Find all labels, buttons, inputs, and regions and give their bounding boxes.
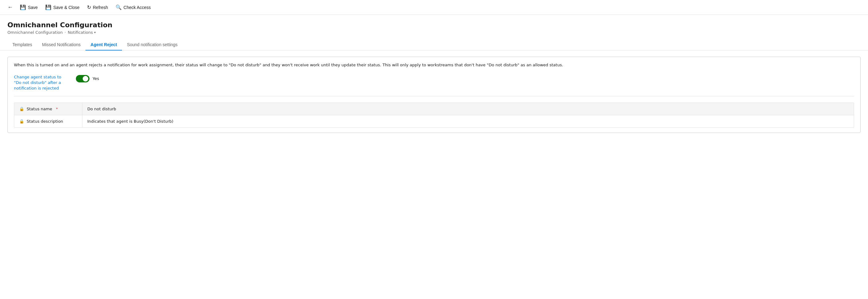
back-button[interactable]: ←	[5, 3, 16, 12]
breadcrumb: Omnichannel Configuration · Notification…	[7, 30, 861, 35]
page-header: Omnichannel Configuration Omnichannel Co…	[0, 15, 868, 35]
status-name-label: Status name	[27, 107, 52, 111]
status-name-value: Do not disturb	[82, 103, 854, 115]
save-label: Save	[28, 5, 38, 10]
refresh-label: Refresh	[93, 5, 108, 10]
info-text: When this is turned on and an agent reje…	[14, 62, 854, 68]
save-button[interactable]: 💾 Save	[17, 3, 41, 11]
status-description-label: Status description	[27, 119, 63, 124]
refresh-button[interactable]: ↻ Refresh	[84, 3, 111, 11]
status-description-label-cell: 🔒 Status description	[14, 115, 82, 127]
toolbar: ← 💾 Save 💾 Save & Close ↻ Refresh 🔍 Chec…	[0, 0, 868, 15]
toggle-control: Yes	[76, 75, 99, 82]
save-close-icon: 💾	[45, 4, 52, 10]
tab-sound-notification[interactable]: Sound notification settings	[122, 40, 182, 50]
breadcrumb-current-label: Notifications	[68, 30, 93, 35]
breadcrumb-root[interactable]: Omnichannel Configuration	[7, 30, 63, 35]
check-access-label: Check Access	[124, 5, 151, 10]
page-title: Omnichannel Configuration	[7, 21, 861, 29]
lock-icon-name: 🔒	[19, 107, 24, 111]
check-access-button[interactable]: 🔍 Check Access	[113, 3, 154, 11]
required-indicator: *	[56, 107, 58, 111]
status-table: 🔒 Status name * Do not disturb 🔒 Status …	[14, 102, 854, 128]
status-name-label-cell: 🔒 Status name *	[14, 103, 82, 115]
tab-agent-reject[interactable]: Agent Reject	[86, 40, 122, 50]
refresh-icon: ↻	[87, 4, 91, 10]
check-access-icon: 🔍	[116, 4, 122, 10]
status-description-value: Indicates that agent is Busy(Don't Distu…	[82, 115, 854, 127]
tab-templates[interactable]: Templates	[7, 40, 37, 50]
agent-reject-panel: When this is turned on and an agent reje…	[7, 57, 861, 133]
status-description-row: 🔒 Status description Indicates that agen…	[14, 115, 854, 127]
save-icon: 💾	[20, 4, 26, 10]
tab-missed-notifications[interactable]: Missed Notifications	[37, 40, 86, 50]
toggle-section: Change agent status to "Do not disturb" …	[14, 74, 854, 97]
chevron-down-icon: ▾	[94, 31, 96, 34]
back-icon: ←	[7, 4, 13, 10]
toggle-yes-label: Yes	[93, 76, 99, 81]
lock-icon-description: 🔒	[19, 119, 24, 124]
tab-bar: Templates Missed Notifications Agent Rej…	[0, 40, 868, 51]
toggle-thumb	[83, 76, 88, 82]
breadcrumb-separator: ·	[64, 30, 66, 35]
status-name-row: 🔒 Status name * Do not disturb	[14, 103, 854, 115]
save-close-label: Save & Close	[53, 5, 80, 10]
main-content: When this is turned on and an agent reje…	[0, 51, 868, 139]
breadcrumb-current[interactable]: Notifications ▾	[68, 30, 96, 35]
toggle-switch[interactable]	[76, 75, 90, 82]
save-close-button[interactable]: 💾 Save & Close	[42, 3, 83, 11]
toggle-label: Change agent status to "Do not disturb" …	[14, 74, 70, 91]
toggle-track	[76, 75, 90, 82]
